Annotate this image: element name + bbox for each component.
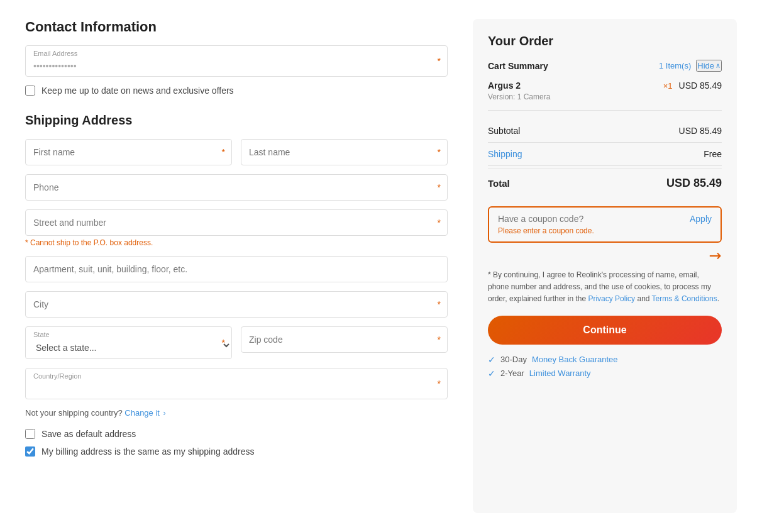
terms-text-2: and xyxy=(635,294,651,303)
po-note: * Cannot ship to the P.O. box address. xyxy=(25,238,448,247)
zip-wrapper: * xyxy=(241,326,448,353)
arrow-indicator: ↗ xyxy=(488,247,722,264)
subtotal-line: Subtotal USD 85.49 xyxy=(488,119,722,143)
apartment-wrapper xyxy=(25,256,448,282)
billing-same-row: My billing address is the same as my shi… xyxy=(25,446,448,457)
city-input[interactable] xyxy=(26,292,447,317)
email-label: Email Address xyxy=(33,50,77,57)
subtotal-value: USD 85.49 xyxy=(679,126,722,136)
order-item-price: USD 85.49 xyxy=(679,80,722,91)
cart-summary-right: 1 Item(s) Hide ∧ xyxy=(659,60,722,72)
subtotal-label: Subtotal xyxy=(488,126,520,136)
email-field-group: Email Address * xyxy=(25,45,448,77)
chevron-up-icon: ∧ xyxy=(715,62,721,70)
terms-text: * By continuing, I agree to Reolink's pr… xyxy=(488,269,722,306)
guarantee-1-prefix: 30-Day xyxy=(500,355,527,364)
order-item-row: Argus 2 Version: 1 Camera ×1 USD 85.49 xyxy=(488,80,722,101)
phone-wrapper: * xyxy=(25,174,448,201)
order-item-version: Version: 1 Camera xyxy=(488,92,550,101)
items-count: 1 Item(s) xyxy=(659,61,691,70)
order-item-info: Argus 2 Version: 1 Camera xyxy=(488,80,550,101)
billing-same-label[interactable]: My billing address is the same as my shi… xyxy=(41,446,255,457)
hide-label: Hide xyxy=(697,61,714,70)
change-country-row: Not your shipping country? Change it › xyxy=(25,408,448,418)
change-country-link[interactable]: Change it xyxy=(124,408,160,418)
order-title: Your Order xyxy=(488,34,722,48)
email-input-wrapper: Email Address * xyxy=(25,45,448,77)
newsletter-row: Keep me up to date on news and exclusive… xyxy=(25,86,448,96)
terms-text-3: . xyxy=(717,294,719,303)
first-name-wrapper: * xyxy=(25,139,232,165)
check-icon-1: ✓ xyxy=(488,355,495,365)
continue-button[interactable]: Continue xyxy=(488,316,722,345)
shipping-label: Shipping xyxy=(488,149,522,159)
total-label: Total xyxy=(488,178,510,189)
apartment-group xyxy=(25,256,448,282)
street-wrapper: * xyxy=(25,209,448,236)
first-name-group: * xyxy=(25,139,232,165)
newsletter-label[interactable]: Keep me up to date on news and exclusive… xyxy=(41,86,234,96)
state-group: State Select a state... * xyxy=(25,326,232,359)
arrow-icon: ↗ xyxy=(705,245,726,266)
left-column: Contact Information Email Address * Keep… xyxy=(25,19,448,513)
country-wrapper: Country/Region United States (US) * xyxy=(25,368,448,399)
apartment-input[interactable] xyxy=(26,257,447,282)
state-label: State xyxy=(33,331,50,338)
total-value: USD 85.49 xyxy=(666,177,722,190)
state-zip-row: State Select a state... * * xyxy=(25,326,448,359)
country-label: Country/Region xyxy=(33,372,81,380)
cart-summary-label: Cart Summary xyxy=(488,61,548,71)
city-group: * xyxy=(25,291,448,318)
privacy-policy-link[interactable]: Privacy Policy xyxy=(588,294,635,303)
state-wrapper: State Select a state... * xyxy=(25,326,232,359)
order-item-qty: ×1 xyxy=(663,81,673,91)
order-item: Argus 2 Version: 1 Camera ×1 USD 85.49 xyxy=(488,80,722,111)
save-default-label[interactable]: Save as default address xyxy=(41,429,136,439)
not-country-text: Not your shipping country? xyxy=(25,408,123,418)
last-name-wrapper: * xyxy=(241,139,448,165)
check-icon-2: ✓ xyxy=(488,369,495,379)
name-row: * * xyxy=(25,139,448,165)
apply-button[interactable]: Apply xyxy=(690,214,712,224)
terms-conditions-link[interactable]: Terms & Conditions xyxy=(652,294,717,303)
save-default-row: Save as default address xyxy=(25,429,448,439)
newsletter-checkbox[interactable] xyxy=(25,86,35,96)
zip-group: * xyxy=(241,326,448,359)
shipping-line: Shipping Free xyxy=(488,143,722,166)
guarantee-item-1: ✓ 30-Day Money Back Guarantee xyxy=(488,355,722,365)
country-group: Country/Region United States (US) * xyxy=(25,368,448,399)
coupon-input[interactable] xyxy=(498,214,690,224)
zip-input[interactable] xyxy=(241,327,447,352)
billing-same-checkbox[interactable] xyxy=(25,446,35,457)
last-name-input[interactable] xyxy=(241,140,447,165)
total-line: Total USD 85.49 xyxy=(488,169,722,197)
city-wrapper: * xyxy=(25,291,448,318)
hide-button[interactable]: Hide ∧ xyxy=(696,60,722,72)
save-default-checkbox[interactable] xyxy=(25,429,35,439)
phone-group: * xyxy=(25,174,448,201)
state-select[interactable]: Select a state... xyxy=(26,332,231,358)
warranty-prefix: 2-Year xyxy=(500,369,524,378)
coupon-input-row: Apply xyxy=(498,214,712,224)
shipping-title: Shipping Address xyxy=(25,113,448,128)
warranty-highlight: Limited Warranty xyxy=(529,369,591,378)
phone-input[interactable] xyxy=(26,175,447,200)
warranty-item: ✓ 2-Year Limited Warranty xyxy=(488,369,722,379)
cart-summary-row: Cart Summary 1 Item(s) Hide ∧ xyxy=(488,60,722,72)
country-input[interactable]: United States (US) xyxy=(26,374,447,399)
guarantee-list: ✓ 30-Day Money Back Guarantee ✓ 2-Year L… xyxy=(488,355,722,379)
coupon-error: Please enter a coupon code. xyxy=(498,226,712,235)
street-group: * * Cannot ship to the P.O. box address. xyxy=(25,209,448,247)
coupon-section: Apply Please enter a coupon code. xyxy=(488,206,722,243)
first-name-input[interactable] xyxy=(26,140,231,165)
chevron-right-icon: › xyxy=(163,409,166,418)
last-name-group: * xyxy=(241,139,448,165)
right-column: Your Order Cart Summary 1 Item(s) Hide ∧… xyxy=(473,19,737,513)
order-item-name: Argus 2 xyxy=(488,80,550,91)
email-input[interactable] xyxy=(26,51,447,76)
shipping-value: Free xyxy=(704,149,722,159)
contact-title: Contact Information xyxy=(25,19,448,35)
guarantee-1-highlight: Money Back Guarantee xyxy=(532,355,618,364)
street-input[interactable] xyxy=(26,210,447,235)
order-item-right: ×1 USD 85.49 xyxy=(663,80,722,91)
